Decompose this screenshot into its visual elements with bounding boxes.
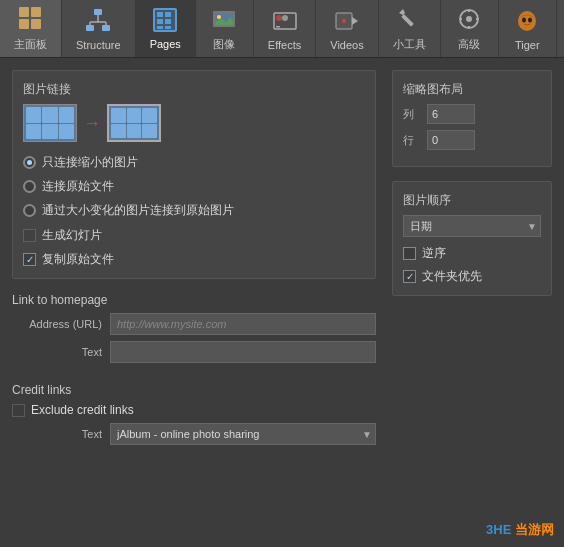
cols-row: 列 xyxy=(403,104,541,124)
svg-point-32 xyxy=(518,11,536,31)
image-link-title: 图片链接 xyxy=(23,81,365,98)
right-panel: 缩略图布局 列 行 图片顺序 日期 名称 大小 随机 ▼ xyxy=(392,70,552,535)
credit-title: Credit links xyxy=(12,383,376,397)
toolbar-label-pages: Pages xyxy=(150,38,181,50)
videos-icon xyxy=(333,7,361,35)
toolbar-item-tiger[interactable]: Tiger xyxy=(499,0,557,57)
svg-rect-0 xyxy=(19,7,29,17)
svg-point-33 xyxy=(522,17,526,22)
toolbar-label-tiger: Tiger xyxy=(515,39,540,51)
credit-select[interactable]: jAlbum - online photo sharing xyxy=(110,423,376,445)
cols-label: 列 xyxy=(403,107,419,122)
svg-rect-2 xyxy=(19,19,29,29)
checkbox-label-exclude: Exclude credit links xyxy=(31,403,134,417)
svg-point-21 xyxy=(217,15,221,19)
thumb-cell xyxy=(127,108,142,123)
thumb-cell xyxy=(142,108,157,123)
checkbox-item-slideshow[interactable]: 生成幻灯片 xyxy=(23,227,365,244)
checkbox-copy xyxy=(23,253,36,266)
rows-input[interactable] xyxy=(427,130,475,150)
left-panel: 图片链接 → xyxy=(12,70,376,535)
toolbar-label-videos: Videos xyxy=(330,39,363,51)
tiger-icon xyxy=(513,7,541,35)
thumb-grid-small xyxy=(23,104,77,142)
advanced-icon xyxy=(455,5,483,33)
svg-rect-5 xyxy=(86,25,94,31)
text-input[interactable] xyxy=(110,341,376,363)
toolbar-label-advanced: 高级 xyxy=(458,37,480,52)
radio-label-1: 连接原始文件 xyxy=(42,178,114,195)
checkbox-folders-first xyxy=(403,270,416,283)
address-input[interactable] xyxy=(110,313,376,335)
cols-input[interactable] xyxy=(427,104,475,124)
checkbox-item-folders-first[interactable]: 文件夹优先 xyxy=(403,268,541,285)
svg-rect-18 xyxy=(165,26,171,29)
checkbox-item-copy[interactable]: 复制原始文件 xyxy=(23,251,365,268)
pages-icon xyxy=(151,6,179,34)
checkbox-item-exclude[interactable]: Exclude credit links xyxy=(12,403,134,417)
thumb-cell xyxy=(59,124,74,140)
svg-rect-16 xyxy=(165,19,171,24)
thumb-cell xyxy=(111,108,126,123)
toolbar-item-structure[interactable]: Structure xyxy=(62,0,136,57)
main-content: 图片链接 → xyxy=(0,58,564,547)
structure-icon xyxy=(84,7,112,35)
svg-rect-25 xyxy=(276,26,280,28)
thumb-cell xyxy=(42,124,57,140)
credit-exclude-row: Exclude credit links xyxy=(12,403,376,417)
address-row: Address (URL) xyxy=(12,313,376,335)
svg-point-28 xyxy=(342,19,346,23)
thumb-cell xyxy=(111,124,126,139)
toolbar-label-effects: Effects xyxy=(268,39,301,51)
toolbar-label-images: 图像 xyxy=(213,37,235,52)
svg-point-34 xyxy=(528,17,532,22)
toolbar-item-advanced[interactable]: 高级 xyxy=(441,0,499,57)
link-homepage-title: Link to homepage xyxy=(12,293,376,307)
thumb-grid-large xyxy=(107,104,161,142)
checkbox-label-folders-first: 文件夹优先 xyxy=(422,268,482,285)
text-row: Text xyxy=(12,341,376,363)
checkbox-item-reverse[interactable]: 逆序 xyxy=(403,245,541,262)
link-section: Link to homepage Address (URL) Text xyxy=(12,293,376,369)
order-select-wrapper: 日期 名称 大小 随机 ▼ xyxy=(403,215,541,237)
svg-rect-6 xyxy=(102,25,110,31)
checkbox-slideshow xyxy=(23,229,36,242)
thumb-cell xyxy=(26,107,41,123)
svg-rect-13 xyxy=(157,12,163,17)
svg-rect-29 xyxy=(401,14,414,27)
toolbar-item-images[interactable]: 图像 xyxy=(196,0,254,57)
effects-icon xyxy=(271,7,299,35)
checkbox-exclude xyxy=(12,404,25,417)
toolbar-item-videos[interactable]: Videos xyxy=(316,0,378,57)
svg-rect-1 xyxy=(31,7,41,17)
image-order-title: 图片顺序 xyxy=(403,192,541,209)
image-link-section: 图片链接 → xyxy=(12,70,376,279)
svg-rect-15 xyxy=(157,19,163,24)
toolbar-item-pages[interactable]: Pages xyxy=(136,0,196,57)
arrow-right-icon: → xyxy=(83,113,101,134)
thumb-cell xyxy=(127,124,142,139)
toolbar-item-tools[interactable]: 小工具 xyxy=(379,0,441,57)
thumbnail-layout-title: 缩略图布局 xyxy=(403,81,541,98)
order-select[interactable]: 日期 名称 大小 随机 xyxy=(403,215,541,237)
radio-circle-2 xyxy=(23,204,36,217)
address-label: Address (URL) xyxy=(12,318,102,330)
radio-item-0[interactable]: 只连接缩小的图片 xyxy=(23,154,365,171)
rows-row: 行 xyxy=(403,130,541,150)
image-thumbnails: → xyxy=(23,104,365,142)
toolbar-item-dashboard[interactable]: 主面板 xyxy=(0,0,62,57)
checkbox-label-copy: 复制原始文件 xyxy=(42,251,114,268)
radio-item-2[interactable]: 通过大小变化的图片连接到原始图片 xyxy=(23,202,365,219)
credit-text-row: Text jAlbum - online photo sharing ▼ xyxy=(12,423,376,445)
svg-point-24 xyxy=(282,15,288,21)
text-label: Text xyxy=(12,346,102,358)
dashboard-icon xyxy=(17,5,45,33)
checkbox-label-reverse: 逆序 xyxy=(422,245,446,262)
toolbar-item-effects[interactable]: Effects xyxy=(254,0,316,57)
thumb-cell xyxy=(142,124,157,139)
radio-label-0: 只连接缩小的图片 xyxy=(42,154,138,171)
thumb-cell xyxy=(42,107,57,123)
svg-rect-3 xyxy=(31,19,41,29)
radio-circle-1 xyxy=(23,180,36,193)
radio-item-1[interactable]: 连接原始文件 xyxy=(23,178,365,195)
